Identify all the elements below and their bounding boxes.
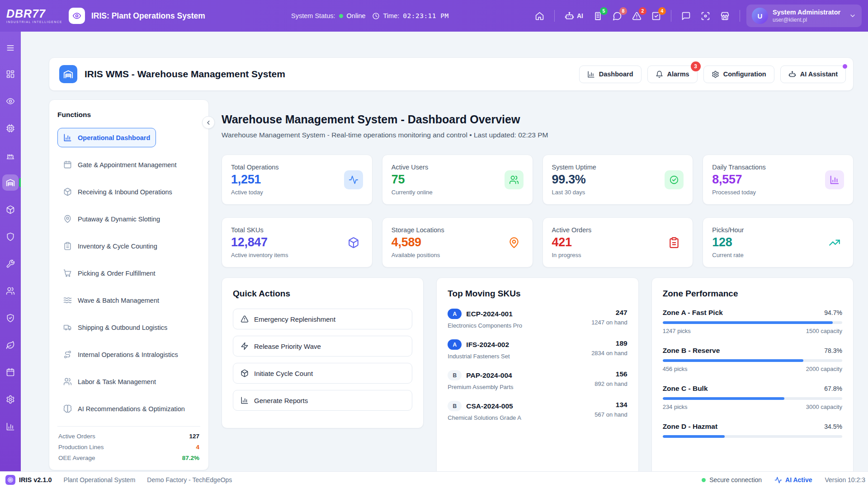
brain-icon — [63, 404, 72, 413]
stat-card-subtext: Active inventory items — [231, 252, 344, 258]
icon-sidebar — [0, 32, 21, 471]
status-bar: IRIS v2.1.0 Plant Operational System Dem… — [0, 471, 868, 488]
chevron-down-icon — [849, 12, 856, 19]
initiate-cycle-count-button[interactable]: Initiate Cycle Count — [233, 363, 412, 384]
function-item-internal-operations-intralogistics[interactable]: Internal Operations & Intralogistics — [57, 345, 184, 364]
calendar-icon — [6, 368, 15, 377]
sidebar-item-automation[interactable] — [2, 120, 19, 136]
clipboard-icon — [665, 233, 684, 252]
chat-button[interactable] — [681, 11, 691, 21]
zone-a-fast-pick: Zone A - Fast Pick94.7%1247 picks1500 ca… — [663, 309, 842, 334]
function-item-wave-batch-management[interactable]: Wave & Batch Management — [57, 291, 165, 310]
factory-icon — [6, 151, 15, 160]
sku-row-IFS-2024-002[interactable]: AIFS-2024-002Industrial Fasteners Set189… — [448, 339, 627, 360]
sidebar-item-factory[interactable] — [2, 147, 19, 164]
module-title: IRIS WMS - Warehouse Management System — [85, 69, 285, 80]
messages-button[interactable]: 8 — [613, 11, 622, 21]
function-item-receiving-inbound-operations[interactable]: Receiving & Inbound Operations — [57, 182, 178, 202]
sidebar-item-warehouse[interactable] — [2, 174, 19, 191]
sidebar-item-inventory[interactable] — [2, 202, 19, 218]
ai-assistant-indicator-dot — [843, 64, 847, 69]
zone-utilization-pct: 94.7% — [824, 309, 842, 316]
sidebar-item-planning[interactable] — [2, 364, 19, 380]
alerts-button[interactable]: 2 — [632, 11, 642, 21]
function-item-label: Operational Dashboard — [78, 134, 150, 141]
sku-name: Chemical Solutions Grade A — [448, 414, 521, 421]
function-item-label: Putaway & Dynamic Slotting — [78, 216, 160, 223]
ai-assistant-button[interactable]: AI Assistant — [780, 66, 846, 83]
stat-card-subtext: Processed today — [712, 189, 825, 196]
zone-name: Zone D - Hazmat — [663, 422, 717, 431]
scan-button[interactable] — [701, 11, 710, 21]
secure-connection-status: Secure connection — [702, 476, 762, 483]
sidebar-item-maintenance[interactable] — [2, 256, 19, 272]
alarms-button[interactable]: Alarms3 — [647, 66, 698, 83]
user-menu[interactable]: U System Administrator user@klient.pl — [746, 5, 862, 27]
configuration-button[interactable]: Configuration — [703, 66, 774, 83]
sidebar-item-settings[interactable] — [2, 391, 19, 408]
dbr77-logo[interactable]: DBR77 INDUSTRIAL INTELLIGENCE — [6, 8, 62, 24]
release-priority-wave-button[interactable]: Release Priority Wave — [233, 336, 412, 357]
function-item-operational-dashboard[interactable]: Operational Dashboard — [57, 128, 156, 147]
home-button[interactable] — [535, 11, 544, 21]
sidebar-menu-toggle[interactable] — [2, 40, 19, 56]
alerts-badge: 2 — [639, 7, 646, 15]
zone-progress-bar — [663, 435, 842, 438]
sidebar-item-monitoring[interactable] — [2, 93, 19, 109]
ai-assistant-label: AI Assistant — [800, 70, 838, 78]
ai-button[interactable]: AI — [565, 11, 583, 21]
zone-picks: 1247 picks — [663, 328, 691, 334]
trending-up-icon — [825, 233, 844, 252]
sidebar-item-sustainability[interactable] — [2, 337, 19, 353]
sku-row-PAP-2024-004[interactable]: BPAP-2024-004Premium Assembly Parts15689… — [448, 370, 627, 390]
sku-row-CSA-2024-005[interactable]: BCSA-2024-005Chemical Solutions Grade A1… — [448, 401, 627, 421]
tasks-badge: 4 — [658, 7, 666, 15]
sidebar-item-analytics[interactable] — [2, 418, 19, 435]
iris-app-badge[interactable] — [69, 8, 85, 24]
function-item-picking-order-fulfillment[interactable]: Picking & Order Fulfillment — [57, 263, 161, 283]
sidebar-item-dashboard[interactable] — [2, 66, 19, 82]
bar-chart-icon — [63, 133, 72, 142]
sku-row-ECP-2024-001[interactable]: AECP-2024-001Electronics Components Pro2… — [448, 309, 627, 329]
quick-actions-list: Emergency ReplenishmentRelease Priority … — [233, 309, 412, 411]
marketplace-button[interactable] — [720, 11, 730, 21]
function-item-label: Picking & Order Fulfillment — [78, 270, 156, 277]
status-dot — [339, 14, 343, 18]
dashboard-button[interactable]: Dashboard — [579, 66, 642, 83]
functions-panel: Functions Operational DashboardGate & Ap… — [49, 99, 209, 470]
ai-label: AI — [577, 12, 583, 19]
zone-picks: 456 picks — [663, 366, 688, 372]
facility-button[interactable]: 5 — [593, 11, 603, 21]
emergency-replenishment-button[interactable]: Emergency Replenishment — [233, 309, 412, 329]
stat-card-system-uptime: System Uptime99.3%Last 30 days — [542, 155, 693, 205]
function-item-putaway-dynamic-slotting[interactable]: Putaway & Dynamic Slotting — [57, 209, 166, 229]
function-item-labor-task-management[interactable]: Labor & Task Management — [57, 372, 162, 391]
initiate-cycle-count-label: Initiate Cycle Count — [254, 370, 313, 377]
wrench-icon — [6, 259, 15, 268]
function-item-gate-appointment-management[interactable]: Gate & Appointment Management — [57, 155, 182, 174]
sidebar-item-quality[interactable] — [2, 310, 19, 326]
generate-reports-label: Generate Reports — [254, 397, 308, 404]
sku-name: Industrial Fasteners Set — [448, 353, 509, 360]
sku-on-hand: 892 on hand — [594, 380, 627, 387]
stat-card-label: Active Users — [392, 164, 505, 171]
sidebar-item-security[interactable] — [2, 229, 19, 245]
function-item-ai-recommendations-optimization[interactable]: AI Recommendations & Optimization — [57, 399, 191, 418]
sku-code: IFS-2024-002 — [466, 341, 509, 349]
collapse-panel-button[interactable] — [202, 116, 215, 129]
eye-icon — [6, 97, 15, 106]
stat-card-subtext: Last 30 days — [552, 189, 665, 196]
tasks-button[interactable]: 4 — [651, 11, 661, 21]
stat-card-value: 12,847 — [231, 235, 344, 249]
sku-grade-badge: B — [448, 401, 462, 411]
page-title: Warehouse Management System - Dashboard … — [222, 113, 854, 126]
top-skus-title: Top Moving SKUs — [448, 289, 627, 299]
function-item-inventory-cycle-counting[interactable]: Inventory & Cycle Counting — [57, 236, 163, 256]
page-subtitle: Warehouse Management System - Real-time … — [222, 131, 854, 139]
sidebar-item-people[interactable] — [2, 283, 19, 299]
package-icon — [63, 188, 72, 196]
system-time: Time: 02:23:11 PM — [372, 12, 449, 20]
generate-reports-button[interactable]: Generate Reports — [233, 390, 412, 411]
function-item-shipping-outbound-logistics[interactable]: Shipping & Outbound Logistics — [57, 318, 173, 337]
package-icon — [6, 205, 15, 214]
